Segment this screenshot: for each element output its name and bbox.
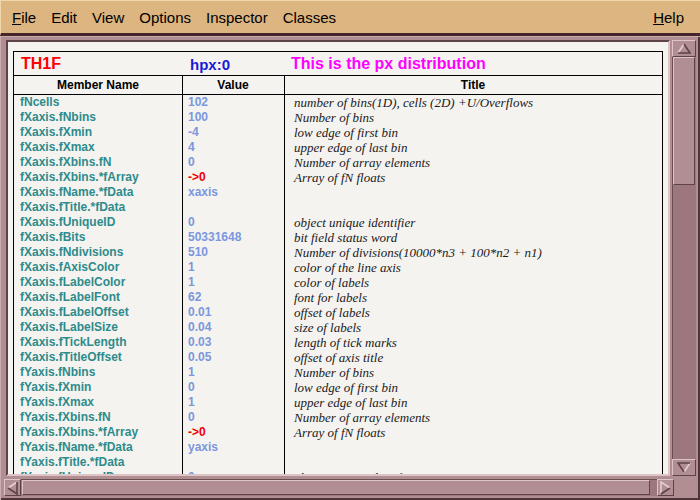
table-row[interactable]: fXaxis.fXmax4upper edge of last bin [14, 140, 662, 155]
member-title: offset of labels [284, 305, 662, 320]
column-separator [182, 76, 183, 476]
member-value: 0 [182, 215, 284, 230]
column-header-member-name: Member Name [14, 76, 182, 94]
table-viewport: TH1F hpx:0 This is the px distribution M… [6, 40, 670, 476]
member-name: fXaxis.fXmax [14, 140, 182, 155]
member-value: -4 [182, 125, 284, 140]
menu-item-inspector[interactable]: Inspector [206, 9, 268, 26]
member-name: fXaxis.fLabelSize [14, 320, 182, 335]
member-name: fXaxis.fLabelColor [14, 275, 182, 290]
member-name: fYaxis.fXbins.fN [14, 410, 182, 425]
member-title: font for labels [284, 290, 662, 305]
table-row[interactable]: fXaxis.fLabelOffset0.01offset of labels [14, 305, 662, 320]
object-title: This is the px distribution [291, 55, 486, 73]
member-name: fYaxis.fXmax [14, 395, 182, 410]
menu-item-help[interactable]: Help [653, 9, 684, 26]
table-row[interactable]: fXaxis.fLabelSize0.04size of labels [14, 320, 662, 335]
member-title: Array of fN floats [284, 425, 662, 440]
table-row[interactable]: fXaxis.fUniqueID0object unique identifie… [14, 215, 662, 230]
member-title: size of labels [284, 320, 662, 335]
table-row[interactable]: fYaxis.fXbins.*fArray->0Array of fN floa… [14, 425, 662, 440]
object-header: TH1F hpx:0 This is the px distribution [14, 52, 662, 76]
table-row[interactable]: fYaxis.fXbins.fN0Number of array element… [14, 410, 662, 425]
member-value: 1 [182, 395, 284, 410]
vertical-scrollbar[interactable] [672, 40, 696, 476]
table-row[interactable]: fXaxis.fName.*fDataxaxis [14, 185, 662, 200]
member-value: 102 [182, 95, 284, 110]
member-name: fXaxis.fTitle.*fData [14, 200, 182, 215]
member-title: low edge of first bin [284, 125, 662, 140]
inspector-panel: TH1F hpx:0 This is the px distribution M… [0, 36, 700, 500]
scroll-up-button[interactable] [672, 40, 696, 57]
menu-item-view[interactable]: View [92, 9, 124, 26]
table-row[interactable]: fXaxis.fBits50331648bit field status wor… [14, 230, 662, 245]
member-name: fXaxis.fLabelFont [14, 290, 182, 305]
table-body: fNcells102number of bins(1D), cells (2D)… [14, 95, 662, 476]
table-row[interactable]: fXaxis.fNbins100Number of bins [14, 110, 662, 125]
table-row[interactable]: fXaxis.fXbins.*fArray->0Array of fN floa… [14, 170, 662, 185]
member-title: Number of bins [284, 110, 662, 125]
table-row[interactable]: fXaxis.fTitle.*fData [14, 200, 662, 215]
menu-item-options[interactable]: Options [139, 9, 191, 26]
member-name: fXaxis.fTickLength [14, 335, 182, 350]
member-value: ->0 [182, 170, 284, 185]
member-value: 0.01 [182, 305, 284, 320]
member-title: low edge of first bin [284, 380, 662, 395]
member-title: Number of array elements [284, 410, 662, 425]
vertical-scrollbar-thumb[interactable] [673, 57, 695, 185]
member-name: fYaxis.fNbins [14, 365, 182, 380]
member-title [284, 200, 662, 215]
member-title [284, 185, 662, 200]
horizontal-scrollbar-thumb[interactable] [22, 480, 650, 495]
table-row[interactable]: fXaxis.fXmin-4low edge of first bin [14, 125, 662, 140]
table-row[interactable]: fYaxis.fTitle.*fData [14, 455, 662, 470]
member-name: fXaxis.fLabelOffset [14, 305, 182, 320]
member-name: fXaxis.fTitleOffset [14, 350, 182, 365]
member-value: xaxis [182, 185, 284, 200]
member-title [284, 440, 662, 455]
table-row[interactable]: fYaxis.fUniqueID0object unique identifie… [14, 470, 662, 476]
member-name: fXaxis.fUniqueID [14, 215, 182, 230]
menu-item-edit[interactable]: Edit [51, 9, 77, 26]
table-row[interactable]: fYaxis.fName.*fDatayaxis [14, 440, 662, 455]
member-title: number of bins(1D), cells (2D) +U/Overfl… [284, 95, 662, 110]
table-row[interactable]: fXaxis.fTickLength0.03length of tick mar… [14, 335, 662, 350]
table-row[interactable]: fYaxis.fXmax1upper edge of last bin [14, 395, 662, 410]
menu-item-file[interactable]: File [12, 9, 36, 26]
horizontal-scrollbar[interactable] [4, 479, 674, 496]
table-row[interactable]: fXaxis.fNdivisions510Number of divisions… [14, 245, 662, 260]
member-name: fXaxis.fBits [14, 230, 182, 245]
scroll-left-button[interactable] [4, 479, 21, 496]
member-title: object unique identifier [284, 215, 662, 230]
member-value: 1 [182, 365, 284, 380]
table-row[interactable]: fYaxis.fNbins1Number of bins [14, 365, 662, 380]
member-title: upper edge of last bin [284, 140, 662, 155]
member-name: fYaxis.fUniqueID [14, 470, 182, 476]
table-row[interactable]: fXaxis.fTitleOffset0.05offset of axis ti… [14, 350, 662, 365]
table-row[interactable]: fXaxis.fXbins.fN0Number of array element… [14, 155, 662, 170]
member-value: 0 [182, 380, 284, 395]
member-title: upper edge of last bin [284, 395, 662, 410]
table-row[interactable]: fNcells102number of bins(1D), cells (2D)… [14, 95, 662, 110]
member-name: fYaxis.fXmin [14, 380, 182, 395]
member-table: TH1F hpx:0 This is the px distribution M… [13, 51, 663, 476]
menu-item-classes[interactable]: Classes [283, 9, 336, 26]
table-row[interactable]: fXaxis.fLabelFont62font for labels [14, 290, 662, 305]
member-title: length of tick marks [284, 335, 662, 350]
member-title: offset of axis title [284, 350, 662, 365]
table-row[interactable]: fXaxis.fAxisColor1color of the line axis [14, 260, 662, 275]
member-name: fXaxis.fNbins [14, 110, 182, 125]
table-row[interactable]: fYaxis.fXmin0low edge of first bin [14, 380, 662, 395]
member-name: fXaxis.fNdivisions [14, 245, 182, 260]
member-title: bit field status word [284, 230, 662, 245]
member-name: fXaxis.fXbins.*fArray [14, 170, 182, 185]
member-name: fNcells [14, 95, 182, 110]
member-title: color of the line axis [284, 260, 662, 275]
scroll-down-button[interactable] [672, 459, 696, 476]
member-value: 0 [182, 410, 284, 425]
member-name: fXaxis.fXbins.fN [14, 155, 182, 170]
scroll-right-button[interactable] [657, 479, 674, 496]
member-name: fXaxis.fName.*fData [14, 185, 182, 200]
table-row[interactable]: fXaxis.fLabelColor1color of labels [14, 275, 662, 290]
member-value [182, 455, 284, 470]
